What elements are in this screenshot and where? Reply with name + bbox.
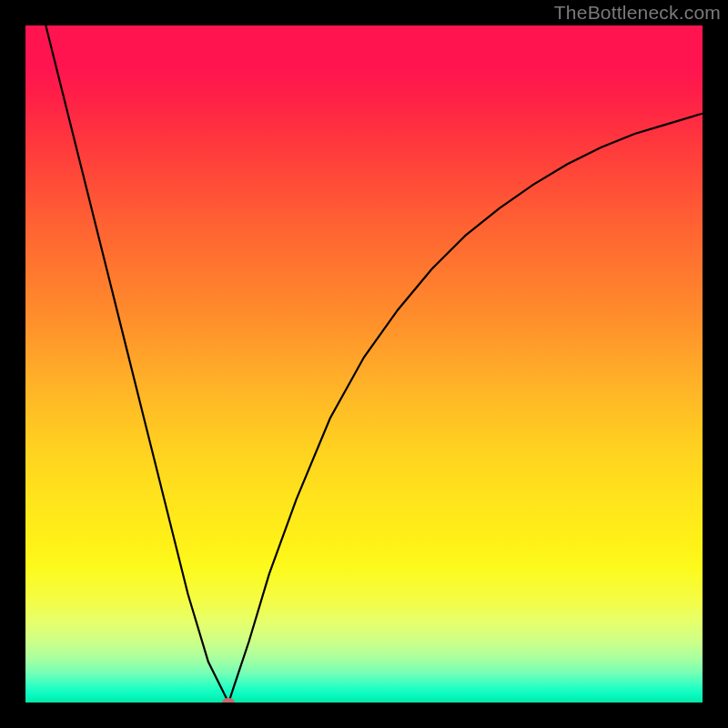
right-branch-line bbox=[228, 114, 703, 703]
curve-layer bbox=[25, 25, 703, 703]
plot-area bbox=[25, 25, 703, 703]
minimum-marker bbox=[222, 698, 235, 703]
watermark-text: TheBottleneck.com bbox=[554, 2, 721, 24]
left-branch-line bbox=[46, 25, 228, 703]
chart-frame: TheBottleneck.com bbox=[0, 0, 728, 728]
